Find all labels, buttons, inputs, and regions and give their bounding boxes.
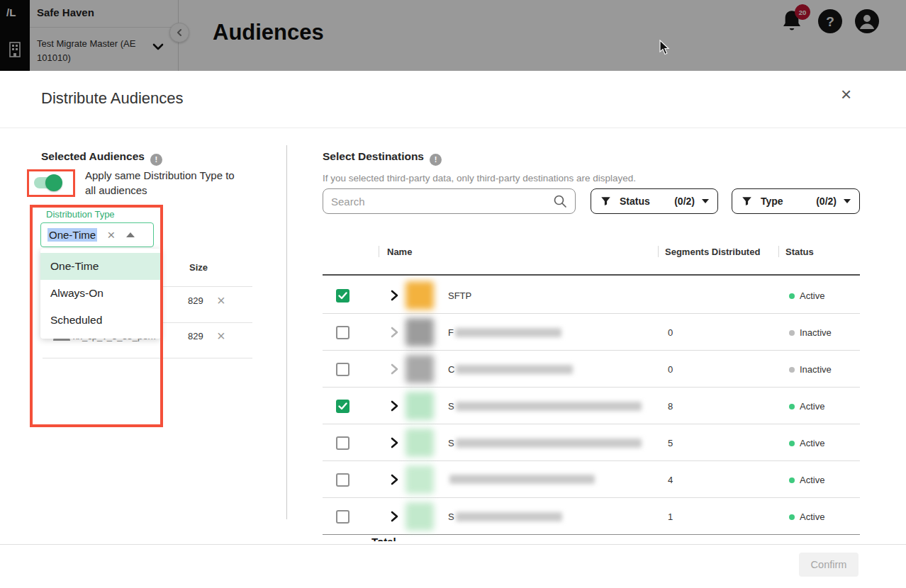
divider (0, 128, 906, 128)
redacted-name (456, 365, 573, 374)
size-column-header: Size (189, 262, 208, 273)
destination-name-text: S (448, 511, 454, 522)
destination-row[interactable]: 4 Active (323, 461, 860, 498)
redacted-name (455, 328, 561, 337)
selected-audiences-label: Selected Audiences (41, 150, 145, 162)
modal-footer: Confirm (0, 544, 906, 588)
status-cell: Active (789, 475, 824, 485)
segments-distributed: 5 (668, 438, 673, 448)
status-dot (789, 367, 795, 373)
destination-name-text: F (448, 327, 454, 338)
destination-name: S (448, 401, 642, 412)
status-text: Active (800, 511, 824, 522)
redacted-name (456, 512, 562, 521)
status-text: Active (800, 401, 824, 412)
toggle-label: Apply same Distribution Type to all audi… (85, 168, 241, 198)
confirm-button[interactable]: Confirm (799, 553, 859, 577)
segments-distributed: 8 (668, 401, 673, 412)
destination-row[interactable]: S 1 Active (323, 498, 860, 535)
audience-size: 829 (188, 331, 203, 341)
chevron-down-icon (702, 199, 709, 203)
segments-distributed: 1 (668, 511, 673, 522)
destination-row[interactable]: F 0 Inactive (323, 314, 860, 351)
status-cell: Active (789, 438, 824, 448)
name-column-header: Name (387, 247, 412, 257)
row-checkbox-unchecked[interactable] (336, 436, 349, 450)
row-checkbox-unchecked[interactable] (336, 326, 349, 339)
row-checkbox-unchecked[interactable] (336, 363, 349, 376)
destination-row[interactable]: SFTP Active (323, 277, 860, 314)
destination-logo (406, 318, 434, 346)
row-checkbox-unchecked[interactable] (336, 510, 349, 524)
row-checkbox-checked[interactable] (336, 289, 349, 303)
remove-audience-icon[interactable]: × (217, 293, 225, 307)
row-checkbox-checked[interactable] (336, 400, 349, 413)
destination-name-text: SFTP (448, 290, 471, 301)
destination-name: SFTP (448, 290, 471, 301)
status-dot (789, 477, 795, 483)
remove-audience-icon[interactable]: × (217, 329, 225, 343)
type-filter-count: (0/2) (816, 196, 837, 207)
status-filter-count: (0/2) (674, 196, 695, 207)
expand-row-icon[interactable] (389, 327, 399, 338)
status-cell: Active (789, 401, 824, 412)
destination-name: F (448, 327, 561, 338)
expand-row-icon[interactable] (389, 511, 399, 522)
destination-name (448, 475, 595, 484)
mouse-cursor (659, 40, 672, 55)
status-dot (789, 441, 795, 446)
destination-name: S (448, 438, 642, 448)
funnel-icon (742, 196, 752, 207)
destination-name-text: S (448, 401, 454, 412)
column-separator (778, 246, 779, 257)
redacted-name (456, 402, 642, 411)
close-icon[interactable]: × (841, 85, 851, 103)
status-text: Active (800, 290, 824, 301)
expand-row-icon[interactable] (389, 363, 399, 375)
column-separator (379, 246, 379, 257)
destination-row[interactable]: C 0 Inactive (323, 351, 860, 388)
funnel-icon (600, 196, 611, 207)
row-checkbox-unchecked[interactable] (336, 473, 349, 487)
search-icon (553, 194, 567, 208)
expand-row-icon[interactable] (389, 474, 399, 485)
redacted-name (456, 439, 642, 448)
annotation-box-toggle (27, 169, 75, 197)
table-header-underline (323, 274, 860, 276)
status-dot (789, 330, 795, 336)
redacted-name (449, 475, 595, 484)
search-input[interactable] (331, 196, 553, 208)
clipped-row-text: Total (371, 536, 396, 541)
status-text: Active (800, 438, 824, 448)
expand-row-icon[interactable] (389, 400, 399, 412)
panel-divider (286, 145, 287, 519)
status-text: Inactive (800, 364, 832, 375)
distribute-audiences-modal: Distribute Audiences × Selected Audience… (0, 71, 906, 588)
status-filter-label: Status (620, 196, 650, 207)
destination-row[interactable]: S 5 Active (323, 424, 860, 461)
status-column-header: Status (785, 247, 814, 257)
status-text: Inactive (800, 327, 832, 338)
status-dot (789, 514, 795, 520)
type-filter-button[interactable]: Type (0/2) (732, 188, 860, 214)
column-separator (658, 246, 659, 257)
status-filter-button[interactable]: Status (0/2) (591, 188, 718, 214)
destination-logo (406, 355, 434, 383)
chevron-down-icon (844, 199, 851, 203)
destination-name-text: C (448, 364, 454, 375)
destination-name: C (448, 364, 573, 375)
status-cell: Active (789, 511, 824, 522)
info-icon[interactable]: ! (430, 154, 442, 166)
info-icon[interactable]: ! (150, 154, 162, 166)
audience-size: 829 (188, 295, 203, 306)
destinations-description: If you selected third-party data, only t… (323, 173, 636, 183)
destination-logo (406, 392, 434, 420)
status-cell: Inactive (789, 364, 832, 375)
expand-row-icon[interactable] (389, 290, 399, 301)
destination-row[interactable]: S 8 Active (323, 388, 860, 424)
selected-audiences-title: Selected Audiences! (41, 150, 162, 166)
destination-logo (406, 465, 434, 494)
expand-row-icon[interactable] (389, 437, 399, 448)
status-dot (789, 293, 795, 299)
status-text: Active (800, 475, 824, 485)
